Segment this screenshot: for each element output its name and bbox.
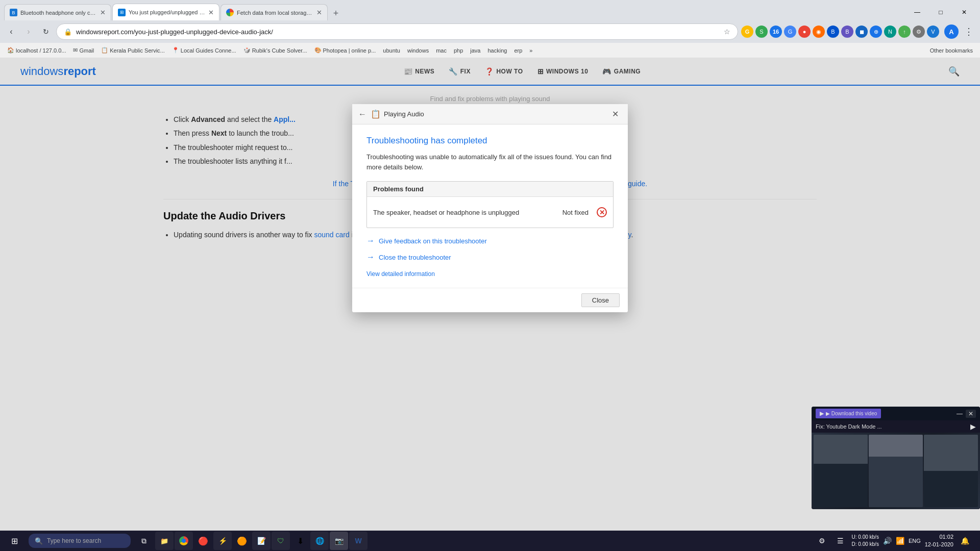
- dialog-links: → Give feedback on this troubleshooter →…: [366, 236, 614, 262]
- ext-icon-8[interactable]: B: [841, 26, 853, 38]
- ext-icon-5[interactable]: ●: [798, 26, 811, 38]
- taskbar-notes[interactable]: 📝: [252, 532, 271, 550]
- menu-button[interactable]: ⋮: [962, 24, 976, 39]
- bookmark-local-guides-icon: 📍: [172, 47, 179, 54]
- close-window-button[interactable]: ✕: [952, 4, 976, 20]
- bookmark-kerala-label: Kerala Public Servic...: [110, 47, 165, 54]
- bookmark-star-icon[interactable]: ☆: [724, 28, 730, 36]
- taskview-button[interactable]: ⧉: [135, 532, 153, 550]
- tray-lang[interactable]: ENG: [909, 538, 921, 544]
- maximize-button[interactable]: □: [929, 4, 952, 20]
- forward-button[interactable]: ›: [21, 24, 36, 39]
- profile-avatar[interactable]: A: [944, 24, 959, 39]
- dialog-back-button[interactable]: ←: [358, 110, 366, 119]
- bookmark-windows[interactable]: windows: [404, 46, 432, 55]
- dialog-description: Troubleshooting was unable to automatica…: [366, 152, 614, 172]
- notifications-button[interactable]: 🔔: [958, 534, 972, 548]
- taskbar-shield[interactable]: 🛡: [272, 532, 290, 550]
- ext-icon-11[interactable]: N: [884, 26, 896, 38]
- bookmark-gmail-label: Gmail: [79, 47, 94, 54]
- back-button[interactable]: ‹: [4, 24, 18, 39]
- bookmark-photopea[interactable]: 🎨 Photopea | online p...: [311, 46, 379, 55]
- bookmark-java[interactable]: java: [467, 46, 483, 55]
- ext-icon-2[interactable]: S: [755, 26, 768, 38]
- tray-action-center[interactable]: ☰: [834, 534, 848, 548]
- dialog-close-btn[interactable]: Close: [581, 293, 620, 307]
- taskbar-app-green[interactable]: ⬇: [291, 532, 309, 550]
- new-tab-button[interactable]: +: [329, 6, 343, 20]
- bookmark-localhost-icon: 🏠: [7, 47, 14, 54]
- taskbar-chrome[interactable]: [175, 532, 193, 550]
- tray-network-icon[interactable]: 📶: [896, 537, 904, 545]
- bookmark-php[interactable]: php: [451, 46, 466, 55]
- problem-description-text: The speaker, headset or headphone is unp…: [373, 209, 558, 216]
- window-controls: — □ ✕: [905, 4, 976, 20]
- url-text: windowsreport.com/you-just-plugged-unplu…: [76, 28, 720, 36]
- ext-icon-6[interactable]: ◉: [813, 26, 825, 38]
- tray-settings[interactable]: ⚙: [815, 534, 829, 548]
- feedback-link[interactable]: → Give feedback on this troubleshooter: [366, 236, 614, 245]
- url-bar[interactable]: 🔒 windowsreport.com/you-just-plugged-unp…: [56, 23, 738, 40]
- close-troubleshooter-link[interactable]: → Close the troubleshooter: [366, 253, 614, 262]
- taskbar-file-explorer[interactable]: 📁: [155, 532, 174, 550]
- tab-2-active[interactable]: ⊞ You just plugged/unplugged a d... ✕: [112, 4, 219, 21]
- bookmark-kerala[interactable]: 📋 Kerala Public Servic...: [98, 46, 168, 55]
- ext-icon-12[interactable]: ↑: [898, 26, 911, 38]
- dialog-body: Troubleshooting has completed Troublesho…: [352, 124, 628, 283]
- ext-icon-4[interactable]: G: [784, 26, 796, 38]
- bookmark-localhost[interactable]: 🏠 localhost / 127.0.0...: [4, 46, 69, 55]
- dialog-footer: Close: [352, 288, 628, 312]
- ext-icon-14[interactable]: V: [927, 26, 939, 38]
- tab-title-3: Fetch data from local storage - C...: [237, 10, 313, 16]
- start-button[interactable]: ⊞: [4, 531, 24, 551]
- bookmark-erp[interactable]: erp: [511, 46, 525, 55]
- ext-icon-3[interactable]: 16: [770, 26, 782, 38]
- bookmark-other[interactable]: Other bookmarks: [927, 46, 976, 55]
- tray-network-speed: U: 0.00 kb/s D: 0.00 kb/s: [852, 534, 879, 548]
- bookmark-mac-label: mac: [436, 47, 447, 54]
- refresh-button[interactable]: ↻: [39, 24, 53, 39]
- tab-title-2: You just plugged/unplugged a d...: [129, 9, 205, 15]
- taskbar-network[interactable]: 🌐: [310, 532, 329, 550]
- tab-1[interactable]: B Bluetooth headphone only conn... ✕: [4, 4, 111, 20]
- ext-icon-7[interactable]: B: [827, 26, 839, 38]
- tab-close-1[interactable]: ✕: [100, 9, 106, 16]
- bookmark-rubiks[interactable]: 🎲 Rubik's Cube Solver...: [240, 46, 310, 55]
- taskbar-app-orange[interactable]: 🟠: [233, 532, 251, 550]
- taskbar-app-red[interactable]: 🔴: [194, 532, 212, 550]
- view-detail-link[interactable]: View detailed information: [366, 270, 435, 278]
- feedback-arrow-icon: →: [366, 236, 375, 245]
- bookmark-more[interactable]: »: [526, 46, 535, 55]
- taskbar-camera[interactable]: 📷: [330, 532, 348, 550]
- tab-3[interactable]: Fetch data from local storage - C... ✕: [220, 4, 328, 20]
- ext-icon-9[interactable]: ◼: [855, 26, 868, 38]
- dialog-close-button[interactable]: ✕: [609, 108, 622, 120]
- tray-datetime: 01:02 12-01-2020: [925, 533, 953, 549]
- ext-google-icon[interactable]: G: [741, 26, 753, 38]
- tab-close-3[interactable]: ✕: [316, 9, 322, 16]
- bookmark-php-label: php: [454, 47, 463, 54]
- taskbar-word[interactable]: W: [349, 532, 368, 550]
- taskbar-tray: ⚙ ☰ U: 0.00 kb/s D: 0.00 kb/s 🔊 📶 ENG 01…: [815, 533, 976, 549]
- tray-download-speed: D: 0.00 kb/s: [852, 541, 879, 548]
- tray-volume-icon[interactable]: 🔊: [883, 537, 892, 545]
- bookmark-hacking-label: hacking: [487, 47, 507, 54]
- minimize-button[interactable]: —: [905, 4, 929, 20]
- ext-icon-13[interactable]: ⚙: [913, 26, 925, 38]
- bookmark-ubuntu[interactable]: ubuntu: [380, 46, 403, 55]
- taskbar-search-placeholder: Type here to search: [47, 537, 101, 544]
- bookmark-mac[interactable]: mac: [433, 46, 450, 55]
- tab-favicon-3: [226, 9, 234, 16]
- taskbar-vscode[interactable]: ⚡: [213, 532, 232, 550]
- tray-time: 01:02: [925, 533, 953, 541]
- ext-icon-10[interactable]: ⊕: [870, 26, 882, 38]
- browser-window: B Bluetooth headphone only conn... ✕ ⊞ Y…: [0, 0, 980, 551]
- bookmark-hacking[interactable]: hacking: [484, 46, 510, 55]
- tab-close-2[interactable]: ✕: [208, 9, 214, 16]
- taskbar-search-bar[interactable]: 🔍 Type here to search: [29, 534, 131, 548]
- problem-status-text: Not fixed: [562, 209, 589, 216]
- bookmark-local-guides[interactable]: 📍 Local Guides Conne...: [169, 46, 239, 55]
- taskbar-search-icon: 🔍: [35, 537, 43, 545]
- dialog-title-text: Playing Audio: [384, 110, 609, 118]
- bookmark-gmail[interactable]: ✉ Gmail: [70, 46, 97, 55]
